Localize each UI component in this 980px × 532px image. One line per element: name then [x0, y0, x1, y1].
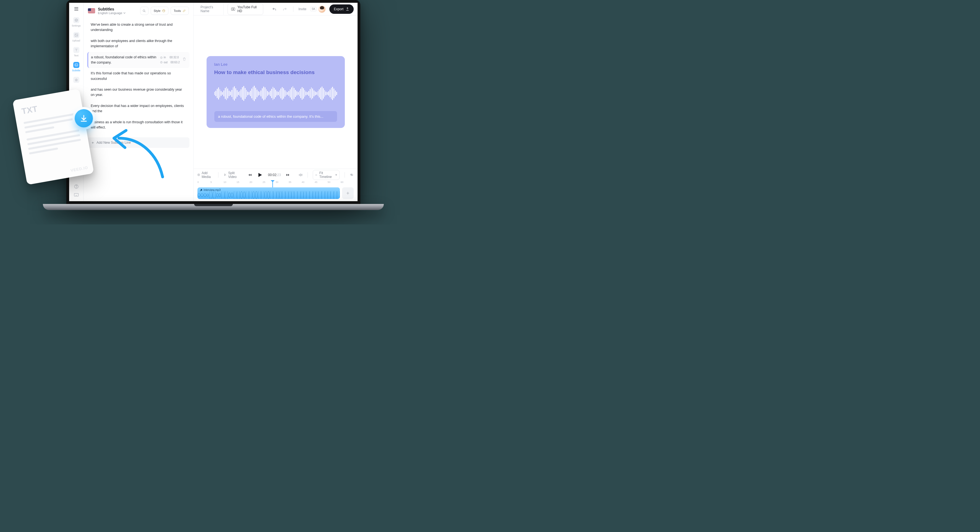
timeline: 0510152025303540455060 Interview.mp3: [194, 181, 358, 201]
video-preview: Ian Lee How to make ethical business dec…: [207, 56, 345, 128]
audio-clip[interactable]: Interview.mp3: [197, 187, 340, 199]
palette-icon: [162, 9, 165, 13]
svg-rect-3: [75, 64, 78, 66]
svg-rect-11: [88, 11, 95, 11]
hamburger-button[interactable]: [72, 7, 81, 11]
sidebar-item-text[interactable]: Text: [72, 47, 81, 57]
shape-icon: [73, 77, 80, 83]
wrench-icon: [183, 9, 186, 13]
download-icon: [80, 114, 88, 122]
fit-timeline-button[interactable]: − Fit Timeline +: [313, 170, 340, 180]
gear-icon: [73, 17, 80, 23]
flag-icon: [88, 8, 95, 13]
export-button[interactable]: Export: [329, 5, 354, 14]
help-icon[interactable]: [74, 184, 79, 189]
brand-label: VEED.IO: [70, 165, 89, 173]
arrow-illustration: [111, 127, 166, 179]
redo-button[interactable]: [282, 6, 288, 13]
format-select[interactable]: YouTube Full HD: [228, 3, 263, 15]
sidebar-item-subtitle[interactable]: Subtitle: [72, 62, 81, 72]
sidebar-item-label: Settings: [72, 24, 81, 27]
subtitle-line-selected[interactable]: a robust, foundational code of ethics wi…: [88, 52, 189, 68]
subtitle-line[interactable]: We've been able to create a strong sense…: [88, 19, 189, 36]
sidebar-item-label: Upload: [72, 39, 80, 42]
upload-icon: [346, 7, 349, 11]
preview-subtitle: a robust, foundational code of ethics wi…: [214, 111, 337, 122]
chevron-down-icon: [123, 12, 126, 14]
download-badge[interactable]: [75, 109, 93, 127]
svg-point-15: [143, 10, 145, 12]
sidebar-item-settings[interactable]: Settings: [72, 17, 81, 27]
add-track-button[interactable]: [342, 187, 354, 199]
clip-waveform: [197, 191, 340, 199]
svg-point-16: [162, 10, 165, 12]
text-icon: [73, 47, 80, 53]
subtitle-lines: We've been able to create a strong sense…: [84, 18, 193, 136]
volume-icon[interactable]: [299, 173, 302, 177]
search-button[interactable]: [140, 6, 148, 15]
image-icon: [73, 32, 80, 38]
svg-point-25: [224, 175, 225, 176]
subtitle-times: in 00:32.0 out 00:63.2: [160, 55, 180, 64]
skip-back-icon[interactable]: [248, 173, 252, 177]
playbar: Add Media Split Video 00:02:23: [194, 168, 358, 181]
svg-point-26: [161, 175, 164, 178]
topbar: Project's Name YouTube Full HD Invite SK: [194, 3, 358, 16]
svg-rect-12: [88, 12, 95, 12]
subtitle-line[interactable]: Every decision that has a wider impact o…: [88, 101, 189, 117]
file-type-label: TXT: [21, 98, 75, 116]
menu-icon: [74, 7, 78, 11]
sidebar-item-upload[interactable]: Upload: [72, 32, 81, 42]
project-name-input[interactable]: Project's Name: [197, 3, 224, 15]
undo-button[interactable]: [271, 6, 278, 13]
timecode: 00:02:23: [268, 173, 281, 177]
avatar[interactable]: [318, 6, 326, 13]
clock-icon: [160, 56, 162, 59]
sidebar-item-more[interactable]: [72, 77, 81, 83]
panel-title: Subtitles: [98, 7, 137, 11]
svg-rect-14: [88, 8, 91, 11]
youtube-icon: [231, 8, 235, 11]
plus-icon: [91, 141, 94, 144]
search-icon: [142, 9, 146, 13]
svg-rect-6: [74, 194, 78, 197]
svg-point-0: [76, 20, 77, 21]
subtitle-icon: [73, 62, 80, 68]
undo-icon: [272, 7, 277, 11]
tools-button[interactable]: Tools: [170, 6, 189, 15]
sidebar-item-label: Text: [74, 54, 78, 57]
add-media-button[interactable]: Add Media: [197, 171, 213, 179]
plus-circle-icon: [197, 173, 200, 176]
waveform-toggle-icon[interactable]: [350, 173, 354, 176]
split-video-button[interactable]: Split Video: [224, 171, 239, 179]
subtitle-line[interactable]: It's this formal code that has made our …: [88, 68, 189, 84]
waveform-icon: [214, 78, 337, 108]
redo-icon: [283, 7, 287, 11]
svg-point-18: [164, 10, 164, 11]
preview-author: Ian Lee: [214, 62, 337, 67]
timeline-ruler[interactable]: 0510152025303540455060: [197, 181, 354, 186]
scissors-icon: [224, 173, 226, 176]
svg-point-24: [224, 174, 225, 175]
svg-point-2: [75, 34, 76, 35]
trash-icon: [183, 57, 186, 61]
keyboard-icon[interactable]: [74, 193, 79, 197]
style-button[interactable]: Style: [151, 6, 169, 15]
sidebar-item-label: Subtitle: [72, 69, 80, 72]
clock-icon: [160, 61, 162, 64]
skip-forward-icon[interactable]: [286, 173, 290, 177]
music-icon: [200, 189, 202, 192]
subtitle-line[interactable]: and has seen our business revenue grow c…: [88, 84, 189, 101]
panel-language[interactable]: English Language: [98, 11, 137, 15]
delete-line-button[interactable]: [183, 57, 186, 62]
invite-button[interactable]: Invite: [298, 7, 306, 11]
play-button[interactable]: [257, 172, 263, 178]
subtitle-line[interactable]: with both our employees and clients alik…: [88, 36, 189, 52]
plus-icon: [346, 191, 350, 195]
user-badge: SK: [310, 6, 317, 11]
preview-title: How to make ethical business decisions: [214, 69, 337, 76]
